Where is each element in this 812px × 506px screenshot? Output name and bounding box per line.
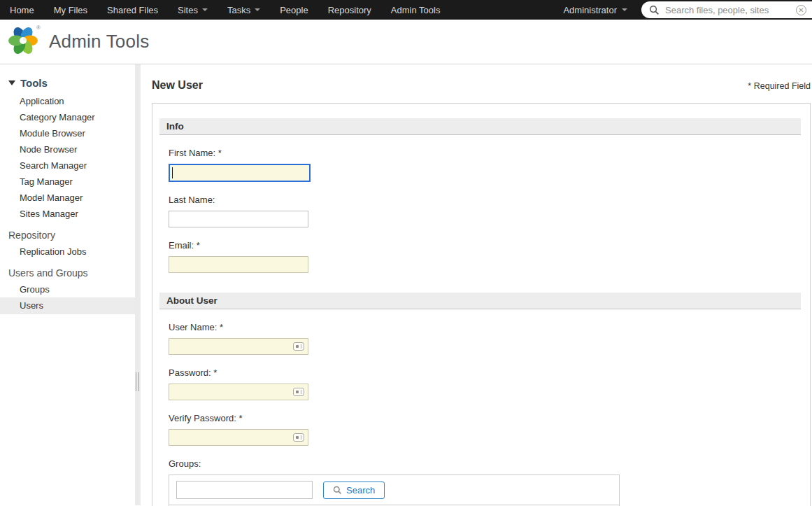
credential-key-icon (293, 342, 304, 351)
first-name-label: First Name: * (169, 148, 801, 158)
global-search-input[interactable] (665, 5, 796, 15)
last-name-input[interactable] (169, 211, 308, 227)
nav-item-label: People (280, 5, 308, 15)
last-name-wrap (169, 211, 308, 227)
nav-item-my-files[interactable]: My Files (54, 5, 87, 15)
search-button-label: Search (346, 485, 375, 496)
email-wrap (169, 256, 308, 273)
password-label: Password: * (169, 367, 801, 378)
nav-item-people[interactable]: People (280, 5, 308, 15)
registered-mark: ® (36, 24, 41, 31)
tools-header-label: Tools (20, 77, 48, 89)
groups-picker: Search Enter search terms to find groups (169, 475, 620, 506)
user-name-label: User Name: * (169, 322, 801, 332)
key-line (301, 344, 301, 349)
nav-item-admin-tools[interactable]: Admin Tools (391, 5, 441, 15)
topbar-right: Administrator ✕ (563, 0, 812, 20)
nav-item-label: Admin Tools (391, 5, 441, 15)
sidebar-item-search-manager[interactable]: Search Manager (0, 157, 135, 174)
chevron-down-icon (622, 8, 627, 11)
text-cursor (172, 167, 173, 178)
nav-item-label: Home (10, 5, 34, 15)
first-name-wrap (169, 164, 308, 182)
nav-item-label: Tasks (227, 5, 250, 15)
key-line (301, 435, 301, 440)
verify-password-wrap (169, 429, 308, 446)
sidebar-item-model-manager[interactable]: Model Manager (0, 190, 135, 206)
nav-item-home[interactable]: Home (10, 5, 34, 15)
sidebar-item-category-manager[interactable]: Category Manager (0, 109, 135, 125)
sidebar-item-application[interactable]: Application (0, 93, 135, 109)
top-nav: Home My Files Shared Files Sites Tasks P… (0, 5, 440, 15)
required-field-note: * Required Field (748, 81, 811, 91)
about-user-fields: User Name: * Password: * Verify Password… (159, 322, 801, 506)
user-menu-administrator[interactable]: Administrator (563, 5, 627, 15)
key-dot (296, 436, 299, 439)
sidebar-group-repository: Repository (0, 227, 135, 244)
search-icon (333, 486, 342, 495)
title-row: New User * Required Field (152, 79, 811, 92)
collapse-triangle-icon (8, 80, 15, 85)
top-navigation-bar: Home My Files Shared Files Sites Tasks P… (0, 0, 812, 20)
nav-item-shared-files[interactable]: Shared Files (107, 5, 158, 15)
user-menu-label: Administrator (563, 5, 617, 15)
clear-search-icon[interactable]: ✕ (796, 5, 806, 15)
groups-search-row: Search (169, 475, 619, 505)
search-icon (649, 5, 660, 15)
nav-item-tasks[interactable]: Tasks (227, 5, 260, 15)
nav-item-label: Shared Files (107, 5, 158, 15)
sidebar-item-node-browser[interactable]: Node Browser (0, 141, 135, 157)
nav-item-sites[interactable]: Sites (178, 5, 208, 15)
sidebar-item-groups[interactable]: Groups (0, 281, 135, 297)
section-header-info: Info (159, 118, 801, 135)
sidebar-item-sites-manager[interactable]: Sites Manager (0, 206, 135, 222)
page-title-admin-tools: Admin Tools (49, 31, 149, 52)
global-search-box[interactable]: ✕ (641, 1, 812, 18)
sidebar-item-replication-jobs[interactable]: Replication Jobs (0, 244, 135, 260)
groups-search-input[interactable] (176, 481, 313, 499)
section-header-about-user: About User (159, 293, 801, 309)
email-input[interactable] (169, 256, 308, 273)
new-user-form: Info First Name: * Last Name: Email: * A… (152, 103, 811, 506)
key-dot (296, 345, 299, 348)
nav-item-label: Repository (328, 5, 371, 15)
key-line (301, 390, 301, 394)
new-user-title: New User (152, 79, 203, 92)
page-header: ® Admin Tools (0, 20, 812, 64)
sidebar-group-users-and-groups: Users and Groups (0, 265, 135, 281)
sidebar-resizer[interactable] (135, 64, 141, 505)
user-name-input[interactable] (169, 338, 308, 355)
nav-item-label: Sites (178, 5, 198, 15)
nav-item-repository[interactable]: Repository (328, 5, 371, 15)
sidebar-tools-header[interactable]: Tools (0, 77, 135, 89)
verify-password-label: Verify Password: * (169, 413, 801, 423)
nav-item-label: My Files (54, 5, 87, 15)
chevron-down-icon (202, 8, 208, 11)
chevron-down-icon (255, 8, 260, 11)
credential-key-icon (293, 433, 304, 442)
resize-handle-icon[interactable] (136, 372, 139, 391)
first-name-input[interactable] (169, 164, 311, 182)
last-name-label: Last Name: (169, 195, 801, 205)
groups-search-button[interactable]: Search (323, 482, 385, 499)
alfresco-flower-icon (7, 24, 39, 57)
verify-password-input[interactable] (169, 429, 308, 446)
sidebar-item-module-browser[interactable]: Module Browser (0, 125, 135, 141)
main-panel: New User * Required Field Info First Nam… (141, 64, 812, 505)
admin-tools-sidebar: Tools Application Category Manager Modul… (0, 64, 135, 505)
credential-key-icon (293, 388, 304, 396)
key-dot (296, 391, 299, 393)
user-name-wrap (169, 338, 308, 355)
content-area: Tools Application Category Manager Modul… (0, 64, 812, 505)
alfresco-logo: ® (7, 24, 42, 59)
email-label: Email: * (169, 240, 801, 251)
password-wrap (169, 384, 308, 400)
info-fields: First Name: * Last Name: Email: * (159, 148, 801, 273)
sidebar-item-users[interactable]: Users (0, 297, 135, 314)
password-input[interactable] (169, 384, 308, 400)
sidebar-item-tag-manager[interactable]: Tag Manager (0, 174, 135, 190)
groups-label: Groups: (169, 458, 801, 469)
